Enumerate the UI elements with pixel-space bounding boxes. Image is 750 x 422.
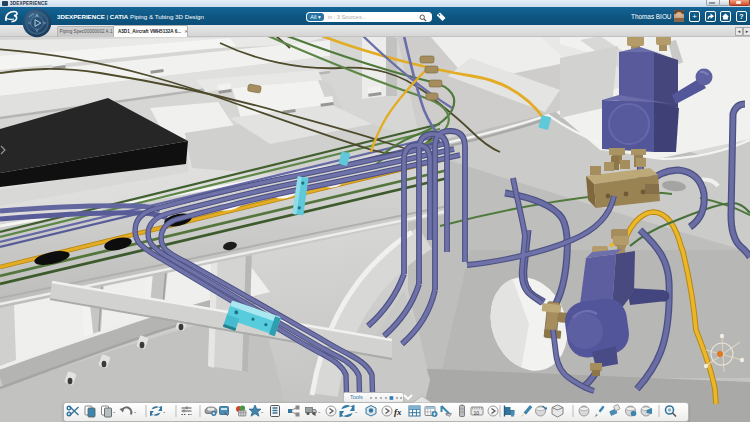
- svg-text:-: -: [134, 408, 137, 415]
- svg-text:-: -: [355, 408, 358, 415]
- svg-text:-: -: [113, 408, 116, 415]
- svg-text:fx: fx: [394, 407, 402, 417]
- svg-text:-: -: [261, 408, 264, 415]
- svg-text:10: 10: [474, 410, 480, 416]
- svg-text:-: -: [163, 408, 166, 415]
- svg-text:-: -: [318, 408, 321, 415]
- svg-text:°: °: [446, 413, 448, 419]
